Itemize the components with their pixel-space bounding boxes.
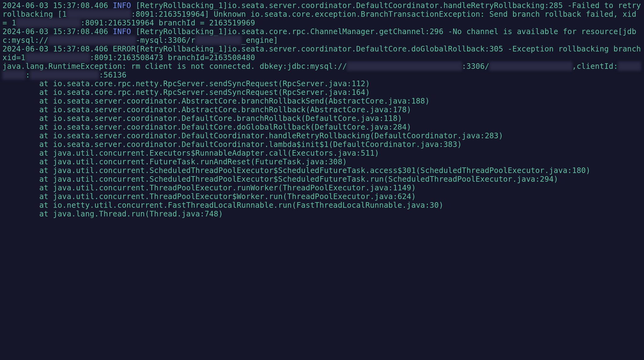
log-msg: :8091:2163519964 branchId = 2163519969 xyxy=(81,18,255,27)
log-msg: _engine] xyxy=(241,36,278,45)
log-line: 2024-06-03 15:37:08.406 INFO [RetryRollb… xyxy=(2,27,636,45)
log-view[interactable]: 2024-06-03 15:37:08.406 INFO [RetryRollb… xyxy=(0,0,644,220)
stack-frame: at io.seata.server.coordinator.AbstractC… xyxy=(2,96,430,105)
exception-msg: : xyxy=(25,70,30,79)
log-level-info: INFO xyxy=(113,27,131,36)
stack-frame: at java.util.concurrent.ThreadPoolExecut… xyxy=(2,183,416,192)
log-msg: :8091:2163508473 branchId=2163508480 xyxy=(90,53,255,62)
exception-head: java.lang.RuntimeException: rm client is… xyxy=(2,62,641,79)
log-msg: -mysql:3306/r xyxy=(136,36,195,45)
exception-msg: :3306/ xyxy=(462,62,489,71)
redacted-db: x_xxxxxxxx xyxy=(195,36,241,45)
stack-frame: at java.util.concurrent.ScheduledThreadP… xyxy=(2,175,558,184)
redacted-ip: XX.XXX.XXX.XXX xyxy=(67,10,131,19)
log-timestamp: 2024-06-03 15:37:08.406 xyxy=(2,1,108,10)
log-line: 2024-06-03 15:37:08.406 ERROR[RetryRollb… xyxy=(2,44,644,62)
stack-frame: at java.util.concurrent.Executors$Runnab… xyxy=(2,149,379,158)
stack-frame: at java.util.concurrent.ScheduledThreadP… xyxy=(2,166,590,175)
stack-frame: at java.lang.Thread.run(Thread.java:748) xyxy=(2,209,223,218)
redacted-ip: XX.XXX.XXX.XXX xyxy=(25,53,90,62)
log-line: 2024-06-03 15:37:08.406 INFO [RetryRollb… xyxy=(2,1,644,27)
log-timestamp: 2024-06-03 15:37:08.406 xyxy=(2,44,108,53)
stack-frame: at io.seata.server.coordinator.AbstractC… xyxy=(2,105,411,114)
log-thread: [RetryRollbacking_1] xyxy=(136,44,228,53)
log-thread: [RetryRollbacking_1] xyxy=(136,1,228,10)
exception-msg: ,clientId: xyxy=(572,62,618,71)
stack-frame: at io.netty.util.concurrent.FastThreadLo… xyxy=(2,201,444,210)
stack-frame: at io.seata.server.coordinator.DefaultCo… xyxy=(2,114,402,123)
stack-frame: at io.seata.core.rpc.netty.RpcServer.sen… xyxy=(2,79,370,88)
stack-frame: at io.seata.server.coordinator.DefaultCo… xyxy=(2,131,503,140)
stack-frame: at io.seata.server.coordinator.DefaultCo… xyxy=(2,122,411,131)
exception-msg: :56136 xyxy=(99,70,126,79)
redacted-db: xx_xxxxxxxx_xxxxxx xyxy=(489,62,572,71)
stack-frame: at java.util.concurrent.ThreadPoolExecut… xyxy=(2,192,416,201)
redacted-host: xxxxx-xxxx-xxxxx-xx-xxxxx xyxy=(347,62,462,71)
log-timestamp: 2024-06-03 15:37:08.406 xyxy=(2,27,108,36)
log-thread: [RetryRollbacking_1] xyxy=(136,27,228,36)
redacted-ip: XX.XXX.XXX.XXX xyxy=(16,18,81,27)
stack-frame: at io.seata.server.coordinator.DefaultCo… xyxy=(2,140,462,149)
redacted-host: xxxxx-xxxx-xxxxx-xx xyxy=(48,36,136,45)
stack-frame: at io.seata.core.rpc.netty.RpcServer.sen… xyxy=(2,88,370,97)
exception-msg: java.lang.RuntimeException: rm client is… xyxy=(2,62,347,71)
log-level-info: INFO xyxy=(113,1,131,10)
log-level-error: ERROR xyxy=(113,44,136,53)
redacted-ip: XXX.XXX.XXX.XXX xyxy=(30,70,99,79)
stack-frame: at java.util.concurrent.FutureTask.runAn… xyxy=(2,157,347,166)
